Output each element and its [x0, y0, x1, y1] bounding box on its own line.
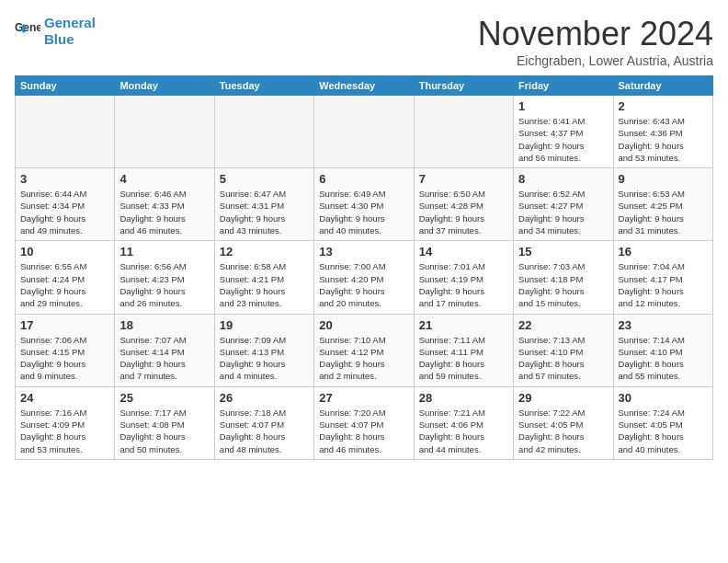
calendar-cell [16, 96, 115, 168]
day-info: Sunrise: 7:21 AM Sunset: 4:06 PM Dayligh… [419, 407, 508, 455]
calendar-cell [214, 96, 313, 168]
day-info: Sunrise: 7:17 AM Sunset: 4:08 PM Dayligh… [119, 407, 209, 455]
weekday-header-saturday: Saturday [613, 76, 712, 96]
weekday-header-friday: Friday [514, 76, 613, 96]
calendar-cell: 21Sunrise: 7:11 AM Sunset: 4:11 PM Dayli… [414, 314, 513, 386]
day-number: 22 [518, 318, 608, 332]
calendar-week-row: 10Sunrise: 6:55 AM Sunset: 4:24 PM Dayli… [16, 241, 713, 314]
calendar-cell: 16Sunrise: 7:04 AM Sunset: 4:17 PM Dayli… [613, 241, 712, 314]
calendar-cell: 3Sunrise: 6:44 AM Sunset: 4:34 PM Daylig… [16, 168, 115, 241]
day-info: Sunrise: 7:20 AM Sunset: 4:07 PM Dayligh… [319, 407, 408, 455]
day-number: 20 [319, 318, 408, 332]
day-info: Sunrise: 7:24 AM Sunset: 4:05 PM Dayligh… [619, 407, 708, 455]
day-info: Sunrise: 6:56 AM Sunset: 4:23 PM Dayligh… [119, 260, 209, 309]
day-number: 16 [619, 245, 708, 259]
day-number: 15 [518, 245, 608, 259]
svg-text:General: General [15, 21, 40, 34]
day-info: Sunrise: 6:41 AM Sunset: 4:37 PM Dayligh… [518, 115, 608, 164]
calendar-cell [314, 96, 414, 168]
calendar-cell: 8Sunrise: 6:52 AM Sunset: 4:27 PM Daylig… [514, 168, 613, 241]
day-number: 17 [20, 318, 109, 332]
day-number: 13 [319, 245, 408, 259]
calendar-cell: 12Sunrise: 6:58 AM Sunset: 4:21 PM Dayli… [214, 241, 313, 314]
day-number: 4 [119, 172, 209, 186]
calendar-cell: 19Sunrise: 7:09 AM Sunset: 4:13 PM Dayli… [214, 314, 313, 386]
day-number: 2 [619, 99, 708, 113]
day-info: Sunrise: 6:46 AM Sunset: 4:33 PM Dayligh… [119, 188, 209, 236]
calendar-cell: 11Sunrise: 6:56 AM Sunset: 4:23 PM Dayli… [115, 241, 214, 314]
title-block: November 2024 Eichgraben, Lower Austria,… [478, 15, 713, 68]
calendar-cell: 9Sunrise: 6:53 AM Sunset: 4:25 PM Daylig… [613, 168, 712, 241]
calendar-cell: 1Sunrise: 6:41 AM Sunset: 4:37 PM Daylig… [514, 96, 613, 168]
day-number: 5 [220, 172, 309, 186]
day-info: Sunrise: 7:06 AM Sunset: 4:15 PM Dayligh… [20, 334, 109, 383]
calendar-week-row: 17Sunrise: 7:06 AM Sunset: 4:15 PM Dayli… [16, 314, 713, 386]
calendar-cell: 23Sunrise: 7:14 AM Sunset: 4:10 PM Dayli… [613, 314, 712, 386]
day-number: 26 [220, 391, 309, 405]
day-info: Sunrise: 7:22 AM Sunset: 4:05 PM Dayligh… [518, 407, 608, 455]
day-info: Sunrise: 6:58 AM Sunset: 4:21 PM Dayligh… [220, 260, 309, 309]
calendar-cell: 22Sunrise: 7:13 AM Sunset: 4:10 PM Dayli… [514, 314, 613, 386]
calendar-cell: 17Sunrise: 7:06 AM Sunset: 4:15 PM Dayli… [16, 314, 115, 386]
day-number: 27 [319, 391, 408, 405]
calendar-cell: 20Sunrise: 7:10 AM Sunset: 4:12 PM Dayli… [314, 314, 414, 386]
calendar-cell: 25Sunrise: 7:17 AM Sunset: 4:08 PM Dayli… [115, 386, 214, 459]
weekday-header-monday: Monday [115, 76, 214, 96]
calendar-cell: 28Sunrise: 7:21 AM Sunset: 4:06 PM Dayli… [414, 386, 513, 459]
day-info: Sunrise: 7:03 AM Sunset: 4:18 PM Dayligh… [518, 260, 608, 309]
calendar-cell: 24Sunrise: 7:16 AM Sunset: 4:09 PM Dayli… [16, 386, 115, 459]
day-number: 24 [20, 391, 109, 405]
calendar-cell: 10Sunrise: 6:55 AM Sunset: 4:24 PM Dayli… [16, 241, 115, 314]
day-number: 12 [220, 245, 309, 259]
day-info: Sunrise: 7:18 AM Sunset: 4:07 PM Dayligh… [220, 407, 309, 455]
day-info: Sunrise: 6:44 AM Sunset: 4:34 PM Dayligh… [20, 188, 109, 236]
day-number: 6 [319, 172, 408, 186]
day-number: 28 [419, 391, 508, 405]
day-info: Sunrise: 7:04 AM Sunset: 4:17 PM Dayligh… [619, 260, 708, 309]
day-number: 14 [419, 245, 508, 259]
month-title: November 2024 [478, 15, 713, 53]
calendar-table: SundayMondayTuesdayWednesdayThursdayFrid… [15, 75, 713, 460]
calendar-cell: 15Sunrise: 7:03 AM Sunset: 4:18 PM Dayli… [514, 241, 613, 314]
calendar-cell: 14Sunrise: 7:01 AM Sunset: 4:19 PM Dayli… [414, 241, 513, 314]
day-info: Sunrise: 6:53 AM Sunset: 4:25 PM Dayligh… [619, 188, 708, 236]
calendar-cell: 30Sunrise: 7:24 AM Sunset: 4:05 PM Dayli… [613, 386, 712, 459]
weekday-header-thursday: Thursday [414, 76, 513, 96]
calendar-cell: 29Sunrise: 7:22 AM Sunset: 4:05 PM Dayli… [514, 386, 613, 459]
calendar-cell: 26Sunrise: 7:18 AM Sunset: 4:07 PM Dayli… [214, 386, 313, 459]
calendar-week-row: 1Sunrise: 6:41 AM Sunset: 4:37 PM Daylig… [16, 96, 713, 168]
day-info: Sunrise: 7:10 AM Sunset: 4:12 PM Dayligh… [319, 334, 408, 383]
day-number: 29 [518, 391, 608, 405]
day-info: Sunrise: 7:07 AM Sunset: 4:14 PM Dayligh… [119, 334, 209, 383]
day-info: Sunrise: 7:14 AM Sunset: 4:10 PM Dayligh… [619, 334, 708, 383]
calendar-week-row: 3Sunrise: 6:44 AM Sunset: 4:34 PM Daylig… [16, 168, 713, 241]
logo-icon: General [15, 18, 40, 44]
day-info: Sunrise: 6:47 AM Sunset: 4:31 PM Dayligh… [220, 188, 309, 236]
day-number: 11 [119, 245, 209, 259]
calendar-cell: 7Sunrise: 6:50 AM Sunset: 4:28 PM Daylig… [414, 168, 513, 241]
calendar-cell: 18Sunrise: 7:07 AM Sunset: 4:14 PM Dayli… [115, 314, 214, 386]
header: General General Blue November 2024 Eichg… [15, 15, 713, 68]
day-number: 25 [119, 391, 209, 405]
day-number: 10 [20, 245, 109, 259]
day-number: 8 [518, 172, 608, 186]
weekday-header-row: SundayMondayTuesdayWednesdayThursdayFrid… [16, 76, 713, 96]
day-info: Sunrise: 7:01 AM Sunset: 4:19 PM Dayligh… [419, 260, 508, 309]
day-info: Sunrise: 6:49 AM Sunset: 4:30 PM Dayligh… [319, 188, 408, 236]
day-number: 1 [518, 99, 608, 113]
logo-general: General [44, 15, 96, 30]
logo: General General Blue [15, 15, 96, 48]
logo-blue: Blue [44, 31, 96, 48]
day-number: 18 [119, 318, 209, 332]
day-info: Sunrise: 7:16 AM Sunset: 4:09 PM Dayligh… [20, 407, 109, 455]
day-info: Sunrise: 6:55 AM Sunset: 4:24 PM Dayligh… [20, 260, 109, 309]
calendar-cell: 4Sunrise: 6:46 AM Sunset: 4:33 PM Daylig… [115, 168, 214, 241]
calendar-cell [414, 96, 513, 168]
day-number: 3 [20, 172, 109, 186]
day-info: Sunrise: 7:11 AM Sunset: 4:11 PM Dayligh… [419, 334, 508, 383]
weekday-header-wednesday: Wednesday [314, 76, 414, 96]
day-info: Sunrise: 7:00 AM Sunset: 4:20 PM Dayligh… [319, 260, 408, 309]
calendar-cell [115, 96, 214, 168]
day-number: 19 [220, 318, 309, 332]
day-number: 9 [619, 172, 708, 186]
